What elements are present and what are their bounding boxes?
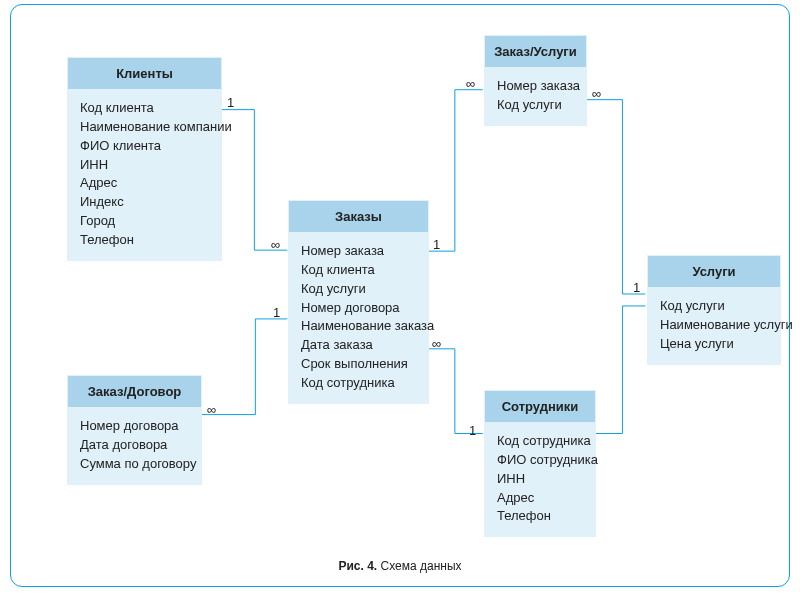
field: Наименование компании xyxy=(80,118,211,137)
entity-fields: Код сотрудника ФИО сотрудника ИНН Адрес … xyxy=(485,422,595,536)
cardinality-many: ∞ xyxy=(271,237,280,252)
field: Сумма по договору xyxy=(80,455,191,474)
field: Номер договора xyxy=(80,417,191,436)
cardinality-one: 1 xyxy=(273,305,280,320)
entity-title: Заказ/Договор xyxy=(68,376,201,407)
entity-fields: Номер заказа Код услуги xyxy=(485,67,586,125)
caption-prefix: Рис. 4. xyxy=(338,559,377,573)
field: Адрес xyxy=(80,174,211,193)
field: Код услуги xyxy=(660,297,770,316)
entity-title: Сотрудники xyxy=(485,391,595,422)
figure-caption: Рис. 4. Схема данных xyxy=(324,559,475,573)
caption-text: Схема данных xyxy=(381,559,462,573)
field: ИНН xyxy=(497,470,585,489)
entity-title: Заказ/Услуги xyxy=(485,36,586,67)
entity-fields: Код услуги Наименование услуги Цена услу… xyxy=(648,287,780,364)
entity-fields: Номер договора Дата договора Сумма по до… xyxy=(68,407,201,484)
cardinality-many: ∞ xyxy=(592,86,601,101)
field: Телефон xyxy=(80,231,211,250)
entity-fields: Код клиента Наименование компании ФИО кл… xyxy=(68,89,221,260)
field: Код услуги xyxy=(497,96,576,115)
field: Город xyxy=(80,212,211,231)
entity-services: Услуги Код услуги Наименование услуги Це… xyxy=(647,255,781,365)
field: Номер заказа xyxy=(301,242,418,261)
field: Срок выполнения xyxy=(301,355,418,374)
field: Номер договора xyxy=(301,299,418,318)
field: Код сотрудника xyxy=(497,432,585,451)
field: Код услуги xyxy=(301,280,418,299)
cardinality-many: ∞ xyxy=(432,336,441,351)
field: ФИО сотрудника xyxy=(497,451,585,470)
cardinality-one: 1 xyxy=(227,95,234,110)
cardinality-one: 1 xyxy=(433,237,440,252)
field: Код клиента xyxy=(80,99,211,118)
cardinality-many: ∞ xyxy=(466,76,475,91)
entity-fields: Номер заказа Код клиента Код услуги Номе… xyxy=(289,232,428,403)
cardinality-one: 1 xyxy=(633,280,640,295)
field: Код сотрудника xyxy=(301,374,418,393)
entity-title: Заказы xyxy=(289,201,428,232)
entity-order-services: Заказ/Услуги Номер заказа Код услуги xyxy=(484,35,587,126)
cardinality-one: 1 xyxy=(469,423,476,438)
field: Код клиента xyxy=(301,261,418,280)
entity-title: Клиенты xyxy=(68,58,221,89)
field: Наименование заказа xyxy=(301,317,418,336)
entity-clients: Клиенты Код клиента Наименование компани… xyxy=(67,57,222,261)
field: Индекс xyxy=(80,193,211,212)
entity-orders: Заказы Номер заказа Код клиента Код услу… xyxy=(288,200,429,404)
field: Адрес xyxy=(497,489,585,508)
entity-title: Услуги xyxy=(648,256,780,287)
entity-order-contract: Заказ/Договор Номер договора Дата догово… xyxy=(67,375,202,485)
field: Дата договора xyxy=(80,436,191,455)
field: Дата заказа xyxy=(301,336,418,355)
diagram-frame: Клиенты Код клиента Наименование компани… xyxy=(10,4,790,587)
cardinality-many: ∞ xyxy=(207,402,216,417)
field: Телефон xyxy=(497,507,585,526)
field: Наименование услуги xyxy=(660,316,770,335)
field: ФИО клиента xyxy=(80,137,211,156)
field: Цена услуги xyxy=(660,335,770,354)
field: ИНН xyxy=(80,156,211,175)
field: Номер заказа xyxy=(497,77,576,96)
entity-employees: Сотрудники Код сотрудника ФИО сотрудника… xyxy=(484,390,596,537)
